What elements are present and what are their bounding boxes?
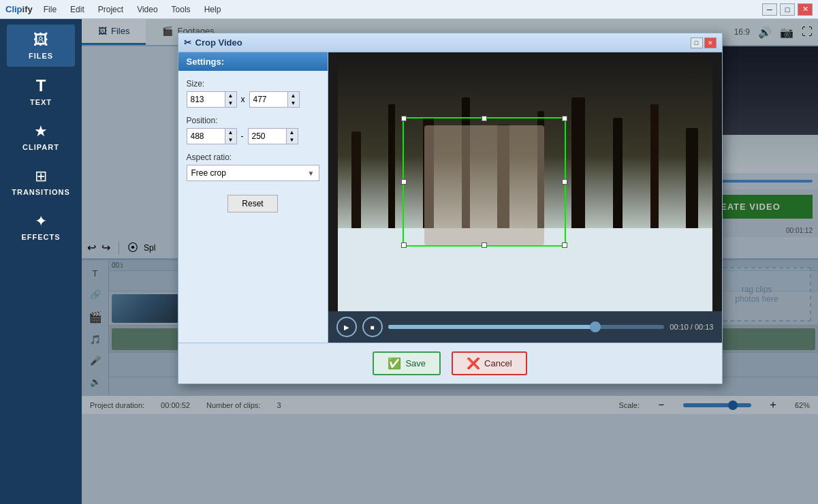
time-display: 00:10 / 00:13 bbox=[670, 323, 713, 331]
menu-project[interactable]: Project bbox=[93, 3, 129, 16]
position-label: Position: bbox=[187, 116, 319, 125]
maximize-button[interactable]: □ bbox=[780, 3, 795, 16]
seek-thumb bbox=[590, 321, 601, 332]
save-icon: ✅ bbox=[388, 357, 401, 370]
pos-x-spin-buttons: ▲ ▼ bbox=[225, 129, 236, 144]
height-down-button[interactable]: ▼ bbox=[288, 99, 299, 107]
title-bar: Clipify File Edit Project Video Tools He… bbox=[0, 0, 818, 19]
sidebar-label-text: TEXT bbox=[30, 98, 52, 106]
aspect-ratio-select[interactable]: Free crop 16:9 4:3 1:1 9:16 bbox=[187, 166, 304, 180]
width-up-button[interactable]: ▲ bbox=[225, 92, 236, 99]
menu-video[interactable]: Video bbox=[131, 3, 163, 16]
main-layout: 🖼 FILES T TEXT ★ CLIPART ⊞ TRANSITIONS ✦… bbox=[0, 19, 818, 504]
position-x-wrap: ▲ ▼ bbox=[187, 128, 237, 144]
size-height-wrap: ▲ ▼ bbox=[249, 91, 300, 108]
sidebar: 🖼 FILES T TEXT ★ CLIPART ⊞ TRANSITIONS ✦… bbox=[0, 19, 82, 504]
aspect-dropdown-arrow: ▼ bbox=[304, 170, 319, 177]
dialog-close-button[interactable]: ✕ bbox=[704, 37, 717, 48]
dialog-title-label: Crop Video bbox=[195, 37, 242, 48]
pos-x-up-button[interactable]: ▲ bbox=[225, 129, 236, 136]
settings-header: Settings: bbox=[178, 52, 328, 71]
title-bar-left: Clipify File Edit Project Video Tools He… bbox=[5, 3, 226, 16]
seek-progress bbox=[388, 325, 595, 329]
position-y-wrap: ▲ ▼ bbox=[248, 128, 298, 144]
dialog-title-icon: ✂ bbox=[184, 37, 191, 48]
size-row: ▲ ▼ x ▲ ▼ bbox=[187, 91, 319, 108]
pos-y-down-button[interactable]: ▼ bbox=[287, 136, 298, 144]
crop-handle-tr[interactable] bbox=[562, 116, 567, 121]
menu-tools[interactable]: Tools bbox=[166, 3, 196, 16]
play-button[interactable]: ▶ bbox=[336, 317, 357, 337]
pos-x-down-button[interactable]: ▼ bbox=[225, 136, 236, 144]
player-controls: ▶ ■ 00:10 / 00:13 bbox=[328, 311, 722, 343]
crop-canvas bbox=[328, 52, 722, 311]
sidebar-item-files[interactable]: 🖼 FILES bbox=[7, 25, 75, 67]
height-up-button[interactable]: ▲ bbox=[288, 92, 299, 99]
aspect-ratio-group: Aspect ratio: Free crop 16:9 4:3 1:1 9:1… bbox=[187, 153, 319, 181]
size-width-input[interactable] bbox=[187, 92, 225, 107]
size-x-separator: x bbox=[241, 95, 245, 104]
close-button[interactable]: ✕ bbox=[798, 3, 813, 16]
modal-overlay: ✂ Crop Video □ ✕ Settings: bbox=[82, 19, 818, 504]
settings-body: Size: ▲ ▼ x bbox=[178, 71, 328, 221]
sidebar-label-files: FILES bbox=[29, 52, 53, 60]
sidebar-item-transitions[interactable]: ⊞ TRANSITIONS bbox=[7, 161, 75, 203]
sidebar-label-effects: EFFECTS bbox=[21, 233, 60, 241]
sidebar-item-effects[interactable]: ✦ EFFECTS bbox=[7, 206, 75, 248]
app-logo: Clipify bbox=[5, 4, 33, 14]
clipart-icon: ★ bbox=[34, 123, 48, 140]
width-down-button[interactable]: ▼ bbox=[225, 99, 236, 107]
video-frame bbox=[338, 52, 712, 311]
cancel-button[interactable]: ❌ Cancel bbox=[452, 351, 526, 375]
crop-handle-ml[interactable] bbox=[401, 179, 407, 185]
aspect-ratio-label: Aspect ratio: bbox=[187, 153, 319, 162]
menu-file[interactable]: File bbox=[38, 3, 62, 16]
position-x-input[interactable] bbox=[187, 129, 225, 144]
text-icon: T bbox=[36, 76, 46, 95]
crop-handle-bl[interactable] bbox=[401, 242, 407, 248]
sidebar-item-text[interactable]: T TEXT bbox=[7, 69, 75, 113]
size-width-wrap: ▲ ▼ bbox=[187, 91, 237, 108]
settings-panel: Settings: Size: ▲ bbox=[178, 52, 328, 343]
crop-handle-br[interactable] bbox=[562, 242, 567, 248]
window-controls: ─ □ ✕ bbox=[762, 3, 813, 16]
width-spin-buttons: ▲ ▼ bbox=[225, 92, 236, 107]
position-separator: - bbox=[241, 131, 244, 141]
position-y-input[interactable] bbox=[249, 129, 286, 144]
minimize-button[interactable]: ─ bbox=[762, 3, 777, 16]
menu-bar: File Edit Project Video Tools Help bbox=[38, 3, 227, 16]
files-icon: 🖼 bbox=[33, 31, 48, 49]
aspect-ratio-select-wrap: Free crop 16:9 4:3 1:1 9:16 ▼ bbox=[187, 165, 319, 181]
sidebar-item-clipart[interactable]: ★ CLIPART bbox=[7, 116, 75, 158]
effects-icon: ✦ bbox=[35, 212, 47, 230]
sidebar-label-clipart: CLIPART bbox=[22, 143, 59, 151]
stop-button[interactable]: ■ bbox=[362, 317, 383, 337]
cancel-label: Cancel bbox=[484, 358, 512, 368]
save-label: Save bbox=[405, 358, 426, 368]
crop-handle-tm[interactable] bbox=[482, 116, 487, 121]
crop-handle-tl[interactable] bbox=[401, 116, 407, 121]
crop-selection-box[interactable] bbox=[403, 117, 566, 247]
height-spin-buttons: ▲ ▼ bbox=[287, 92, 299, 107]
position-group: Position: ▲ ▼ - bbox=[187, 116, 319, 144]
dialog-body: Settings: Size: ▲ bbox=[178, 52, 722, 343]
save-button[interactable]: ✅ Save bbox=[373, 351, 441, 375]
transitions-icon: ⊞ bbox=[35, 168, 47, 185]
dialog-title: ✂ Crop Video bbox=[184, 37, 242, 48]
pos-y-up-button[interactable]: ▲ bbox=[287, 129, 298, 136]
menu-edit[interactable]: Edit bbox=[65, 3, 90, 16]
dialog-titlebar: ✂ Crop Video □ ✕ bbox=[178, 33, 722, 52]
reset-button[interactable]: Reset bbox=[227, 195, 277, 212]
content-area: 🖼 Files 🎬 Footages 16:9 🔊 📷 ⛶ bbox=[82, 19, 818, 504]
seek-bar[interactable] bbox=[388, 325, 665, 329]
pos-y-spin-buttons: ▲ ▼ bbox=[286, 129, 298, 144]
dialog-restore-button[interactable]: □ bbox=[691, 37, 703, 48]
size-height-input[interactable] bbox=[250, 92, 287, 107]
cancel-icon: ❌ bbox=[467, 357, 480, 370]
dialog-window-buttons: □ ✕ bbox=[691, 37, 717, 48]
size-group: Size: ▲ ▼ x bbox=[187, 79, 319, 108]
crop-handle-mr[interactable] bbox=[562, 179, 567, 185]
crop-handle-bm[interactable] bbox=[482, 242, 487, 248]
menu-help[interactable]: Help bbox=[199, 3, 227, 16]
size-label: Size: bbox=[187, 79, 319, 89]
